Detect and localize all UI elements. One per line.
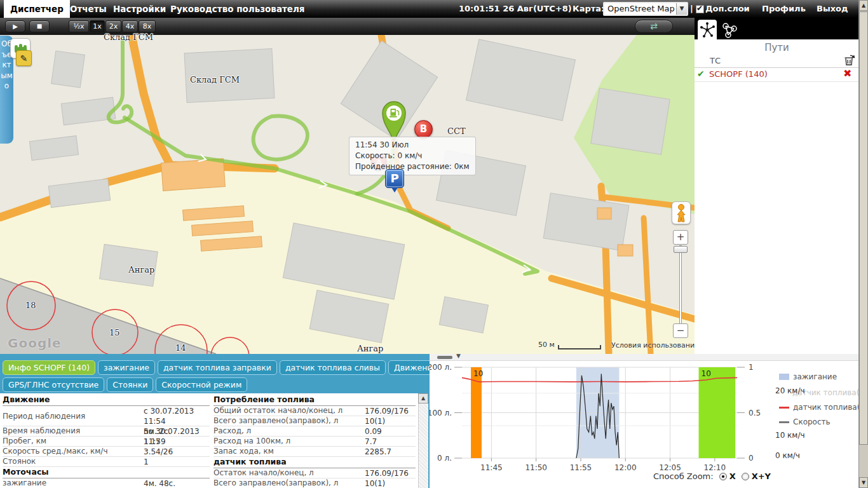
map-zoom-slider[interactable] — [679, 245, 682, 324]
stat-row: Время наблюдения5м. 2с. — [3, 426, 210, 437]
google-watermark: Google — [8, 336, 62, 351]
tab-fuel-refills[interactable]: датчик топлива заправки — [158, 360, 277, 375]
zoom-xy-radio[interactable] — [742, 473, 749, 480]
pencil-icon: ✎ — [20, 53, 28, 64]
menu-tab-dispatcher[interactable]: Диспетчер — [4, 0, 70, 18]
trash-icon — [843, 53, 855, 66]
legend-item-fuel-f[interactable]: датчик топлива(ф) — [779, 403, 868, 412]
legend-swatch — [779, 421, 789, 423]
zoom-x-radio[interactable] — [719, 473, 727, 480]
parking-marker[interactable]: P — [385, 169, 404, 188]
speed-1x-button[interactable]: 1x — [90, 20, 105, 32]
speed-2x-button[interactable]: 2x — [105, 20, 121, 32]
stat-row: Остаток начало/конец, л176.09/176 — [214, 468, 416, 478]
scroll-up-icon[interactable]: ▲ — [418, 393, 428, 403]
svg-text:10: 10 — [473, 369, 483, 378]
map-provider-select[interactable]: OpenStreet Map ▼ — [603, 2, 688, 16]
swap-arrows-icon: ⇄ — [650, 21, 658, 31]
tab-info-vehicle[interactable]: Инфо SCHOPF (140) — [3, 360, 95, 375]
swap-view-button[interactable]: ⇄ — [635, 20, 673, 33]
map-place-label: Ангар — [128, 265, 154, 274]
menu-tab-reports[interactable]: Отчеты — [64, 0, 113, 18]
map-zoom-in-button[interactable]: + — [673, 230, 688, 245]
legend-item-ignition[interactable]: зажигание — [779, 372, 837, 381]
tooltip-time: 11:54 30 Июл — [355, 140, 470, 151]
speed-axis-tick: 10 км/ч — [775, 431, 805, 440]
zone-number: 15 — [109, 328, 120, 337]
map-scale-label: 50 м — [538, 341, 555, 349]
clear-all-routes-button[interactable] — [843, 53, 855, 69]
stat-row: Период наблюденияс 30.07.2013 11:54 по 3… — [3, 406, 210, 426]
chart-zoom-mode: Способ Zoom: X X+Y — [653, 471, 771, 481]
divider — [695, 67, 859, 68]
menu-profile[interactable]: Профиль — [762, 0, 806, 18]
stat-row: Всего заправлено(заправок), л10(1) — [214, 416, 416, 426]
pegman-icon — [672, 202, 690, 224]
route-end-marker-b[interactable]: В — [414, 120, 433, 139]
svg-text:1: 1 — [749, 363, 754, 372]
top-menu-bar: Диспетчер Отчеты Настройки Руководство п… — [0, 0, 868, 18]
stat-row: Запас хода, км2285.7 — [214, 447, 416, 457]
zoom-mode-label: Способ Zoom: — [653, 471, 714, 481]
scrollbar-thumb[interactable] — [859, 11, 868, 445]
tab-fuel-drains[interactable]: датчик топлива сливы — [280, 360, 386, 375]
vehicle-visible-check-icon[interactable]: ✔ — [697, 69, 705, 79]
chevron-down-icon[interactable]: ▼ — [676, 3, 687, 15]
map-attribution-link[interactable]: Условия использования — [611, 341, 699, 349]
section-title: Потребление топлива — [214, 395, 416, 406]
zone-number: 14 — [175, 343, 186, 353]
sidebar-tab-routes[interactable] — [698, 20, 717, 39]
vehicle-route-item[interactable]: SCHOPF (140) — [709, 69, 768, 79]
stats-scrollbar[interactable]: ▲ — [418, 393, 428, 488]
tab-parkings[interactable]: Стоянки — [107, 377, 153, 392]
menu-logout[interactable]: Выход — [817, 0, 848, 18]
svg-text:12:00: 12:00 — [614, 463, 637, 472]
stat-row: Общий остаток начало/конец, л176.09/176 — [214, 406, 416, 416]
scroll-up-icon[interactable]: ▲ — [859, 0, 868, 11]
zoom-xy-label[interactable]: X+Y — [752, 471, 771, 481]
legend-swatch — [779, 374, 789, 380]
map-place-label: Склад ГСМ — [190, 75, 240, 85]
section-title: Движение — [3, 395, 210, 406]
speed-4x-button[interactable]: 4x — [122, 20, 138, 32]
vehicle-column-header: ТС — [710, 56, 721, 65]
speed-axis-tick: 20 км/ч — [775, 386, 805, 395]
svg-text:11:55: 11:55 — [570, 463, 592, 472]
info-tab-row-2: GPS/ГЛНС отсутствие Стоянки Скоростной р… — [3, 377, 247, 392]
routes-panel-title: Пути — [695, 42, 859, 53]
menu-tab-settings[interactable]: Настройки — [107, 0, 172, 18]
zoom-x-label[interactable]: X — [729, 471, 736, 481]
svg-text:0 л.: 0 л. — [437, 454, 452, 463]
stat-row: Расход на 100км, л7.7 — [214, 437, 416, 447]
tab-speed-mode[interactable]: Скоростной режим — [156, 377, 247, 392]
edit-tool-button[interactable]: ✎ — [16, 50, 32, 66]
map-zoom-out-button[interactable]: − — [673, 323, 688, 338]
speed-8x-button[interactable]: 8x — [139, 20, 156, 32]
play-button[interactable]: ▶ — [5, 20, 25, 32]
map-place-label: ССТ — [447, 126, 466, 136]
legend-swatch — [779, 407, 789, 409]
divider — [695, 81, 859, 82]
menu-tab-user-guide[interactable]: Руководство пользователя — [164, 0, 311, 18]
remove-route-icon[interactable]: ✖ — [843, 67, 851, 79]
legend-item-speed[interactable]: Скорость — [779, 417, 831, 426]
map-zoom-slider-handle[interactable] — [674, 246, 688, 253]
scroll-down-icon[interactable]: ▼ — [859, 477, 868, 488]
streetview-pegman[interactable] — [672, 201, 691, 224]
stop-icon: ■ — [37, 23, 43, 29]
map-viewport[interactable] — [0, 35, 695, 354]
page-scrollbar[interactable]: ▲ ▼ — [858, 0, 868, 488]
layers-label[interactable]: Доп.слои — [705, 0, 750, 18]
stat-row: Расход, л0.09 — [214, 426, 416, 437]
info-tab-row-1: Инфо SCHOPF (140) зажигание датчик топли… — [3, 360, 443, 375]
tab-gps-absence[interactable]: GPS/ГЛНС отсутствие — [3, 377, 104, 392]
tooltip-distance: Пройденное растояние: 0км — [355, 161, 470, 172]
stat-row: Пробег, км1.17 — [3, 437, 210, 447]
layers-checkbox[interactable] — [696, 5, 704, 13]
tab-ignition[interactable]: зажигание — [98, 360, 155, 375]
speed-half-button[interactable]: ½x — [69, 20, 89, 32]
sidebar-tab-graph[interactable] — [718, 20, 740, 39]
stop-button[interactable]: ■ — [29, 20, 50, 32]
svg-text:0: 0 — [749, 454, 754, 463]
route-nodes-icon — [698, 20, 717, 39]
